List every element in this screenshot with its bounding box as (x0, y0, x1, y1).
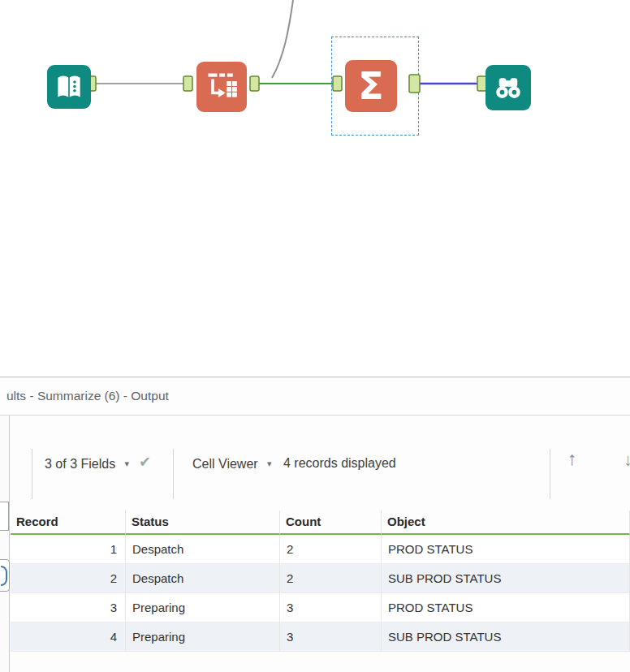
cell-status[interactable]: Preparing (126, 622, 280, 652)
input-data-icon (54, 71, 84, 102)
fields-dropdown[interactable]: 3 of 3 Fields ▾ (45, 453, 129, 474)
alteryx-window: Σ ults - Summarize (6) - Output (0, 0, 630, 672)
summarize-sigma-icon: Σ (358, 62, 383, 110)
side-button-partial-2[interactable] (0, 559, 10, 592)
cell-viewer-label: Cell Viewer (192, 457, 258, 471)
arrow-up-button[interactable]: ↑ (567, 448, 577, 469)
records-displayed-label: 4 records displayed (283, 453, 396, 474)
cell-viewer-dropdown[interactable]: Cell Viewer ▾ (192, 453, 272, 474)
apply-button[interactable]: ✔ (139, 451, 151, 472)
output-anchor-summarize[interactable] (409, 75, 420, 93)
chevron-down-icon: ▾ (125, 459, 130, 468)
cell-status[interactable]: Preparing (126, 593, 280, 622)
binoculars-icon (492, 71, 524, 104)
cell-object[interactable]: PROD STATUS (382, 535, 630, 564)
output-anchor-transform[interactable] (250, 76, 259, 91)
transform-icon (204, 69, 239, 105)
cell-object[interactable]: SUB PROD STATUS (382, 564, 630, 593)
toolbar-separator (32, 449, 32, 499)
cell-record[interactable]: 1 (11, 535, 126, 564)
results-panel: ults - Summarize (6) - Output 3 of 3 Fie… (0, 377, 630, 672)
toolbar-separator (173, 449, 174, 499)
cell-record[interactable]: 3 (11, 593, 126, 622)
connections-layer (0, 0, 630, 377)
column-header-object[interactable]: Object (382, 510, 630, 535)
results-table: Record Status Count Object 1 Despatch 2 … (11, 510, 630, 652)
results-side-toolbar (0, 416, 10, 672)
cell-count[interactable]: 2 (280, 564, 382, 593)
input-anchor-summarize[interactable] (333, 76, 342, 91)
table-row[interactable]: 1 Despatch 2 PROD STATUS (11, 535, 630, 564)
decorative-mark (1, 566, 7, 586)
branch-connection[interactable] (272, 0, 293, 78)
input-anchor-transform[interactable] (183, 76, 192, 91)
chevron-down-icon: ▾ (267, 459, 272, 468)
toolbar-separator (550, 449, 550, 499)
cell-count[interactable]: 2 (280, 535, 382, 564)
tool-input-data[interactable] (47, 65, 91, 109)
cell-record[interactable]: 4 (11, 622, 126, 652)
cell-status[interactable]: Despatch (126, 564, 280, 593)
arrow-down-button-partial[interactable]: ↓ (624, 450, 630, 471)
table-row[interactable]: 4 Preparing 3 SUB PROD STATUS (11, 622, 630, 652)
results-title: ults - Summarize (6) - Output (6, 377, 169, 415)
tool-browse[interactable] (485, 65, 531, 110)
arrow-down-icon: ↓ (624, 450, 630, 469)
table-header-row: Record Status Count Object (11, 510, 630, 535)
side-button-partial[interactable] (0, 502, 9, 531)
table-row[interactable]: 2 Despatch 2 SUB PROD STATUS (11, 564, 630, 593)
cell-status[interactable]: Despatch (126, 535, 280, 564)
results-toolbar: 3 of 3 Fields ▾ ✔ Cell Viewer ▾ 4 record… (11, 416, 630, 510)
table-row[interactable]: 3 Preparing 3 PROD STATUS (11, 593, 630, 622)
fields-dropdown-label: 3 of 3 Fields (45, 457, 115, 471)
arrow-up-icon: ↑ (567, 448, 577, 469)
cell-object[interactable]: PROD STATUS (382, 593, 630, 622)
workflow-canvas[interactable]: Σ (0, 0, 630, 377)
column-header-status[interactable]: Status (126, 510, 280, 535)
tool-transform[interactable] (196, 62, 247, 112)
column-header-record[interactable]: Record (11, 510, 126, 535)
cell-count[interactable]: 3 (280, 593, 382, 622)
cell-object[interactable]: SUB PROD STATUS (382, 622, 630, 652)
cell-count[interactable]: 3 (280, 622, 382, 652)
column-header-count[interactable]: Count (280, 510, 382, 535)
cell-record[interactable]: 2 (11, 564, 126, 593)
check-icon: ✔ (139, 454, 151, 470)
tool-summarize[interactable]: Σ (345, 60, 397, 112)
